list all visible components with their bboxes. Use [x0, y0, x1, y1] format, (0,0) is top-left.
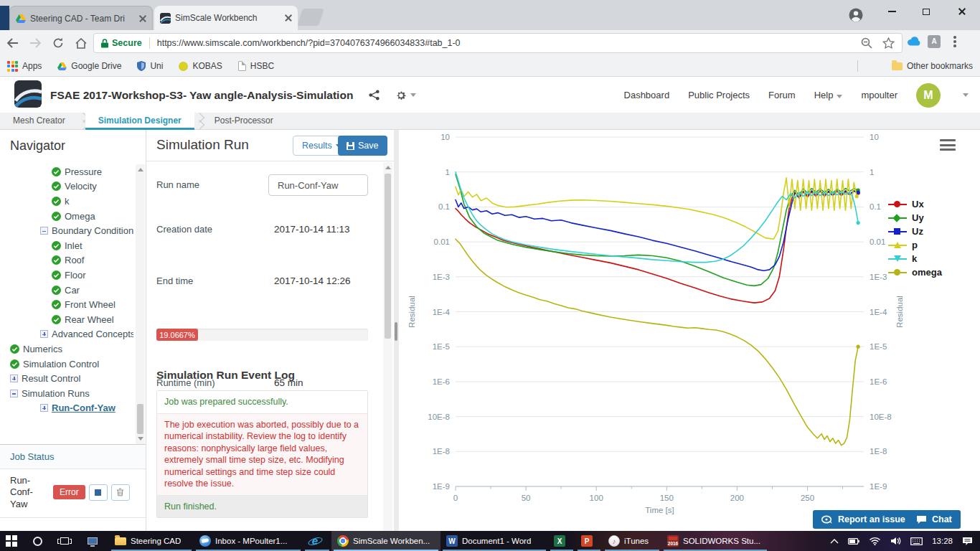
- simscale-logo[interactable]: [14, 80, 42, 110]
- taskbar-button-pinned-app[interactable]: [82, 531, 109, 551]
- scrollbar-thumb[interactable]: [137, 404, 143, 434]
- browser-menu-icon[interactable]: [951, 33, 959, 50]
- bookmark-star-icon[interactable]: [882, 37, 895, 49]
- wifi-icon[interactable]: [869, 537, 881, 545]
- navigator-item-rear-wheel[interactable]: Rear Wheel: [0, 312, 133, 327]
- navigator-item-result-control[interactable]: Result Control: [0, 371, 133, 386]
- chat-button[interactable]: Chat: [908, 510, 961, 529]
- run-name-input[interactable]: [268, 174, 368, 196]
- save-button[interactable]: Save: [338, 136, 387, 156]
- taskbar-button-itunes[interactable]: ♪iTunes: [603, 531, 661, 551]
- pdf-extension-icon[interactable]: A: [928, 35, 941, 48]
- taskbar-button-word[interactable]: WDocument1 - Word: [440, 531, 548, 551]
- navigator-item-run-conf-yaw[interactable]: Run-Conf-Yaw: [0, 401, 133, 416]
- bookmark-kobas[interactable]: KOBAS: [179, 61, 222, 71]
- navigator-item-floor[interactable]: Floor: [0, 268, 133, 283]
- taskbar-button-task-view[interactable]: [55, 531, 82, 551]
- other-bookmarks[interactable]: Other bookmarks: [892, 56, 973, 76]
- expand-icon[interactable]: [40, 404, 48, 412]
- tray-expand-icon[interactable]: [830, 539, 839, 544]
- battery-icon[interactable]: [848, 538, 859, 545]
- tab-post-processor[interactable]: Post-Processor: [202, 113, 286, 130]
- window-maximize-button[interactable]: [910, 0, 943, 23]
- tab-simulation-designer[interactable]: Simulation Designer: [85, 113, 194, 130]
- avatar[interactable]: M: [916, 83, 941, 108]
- legend-item-uy[interactable]: Uy: [888, 211, 942, 225]
- report-issue-button[interactable]: Report an issue: [813, 510, 914, 529]
- navigator-item-boundary-conditions[interactable]: Boundary Conditions: [0, 223, 133, 238]
- new-tab-button[interactable]: [297, 9, 324, 26]
- bookmark-google-drive[interactable]: Google Drive: [57, 61, 121, 71]
- taskbar-button-internet-explorer[interactable]: e: [303, 531, 331, 551]
- secure-indicator[interactable]: Secure: [101, 38, 142, 48]
- taskbar-button-excel[interactable]: X: [548, 531, 575, 551]
- window-close-button[interactable]: [946, 0, 979, 23]
- header-link-help[interactable]: Help: [814, 90, 843, 100]
- navigator-item-numerics[interactable]: Numerics: [0, 342, 133, 357]
- delete-run-button[interactable]: [111, 484, 130, 501]
- cloud-extension-icon[interactable]: [907, 37, 920, 46]
- navigator-item-inlet[interactable]: Inlet: [0, 238, 133, 253]
- bookmark-hsbc[interactable]: HSBC: [238, 61, 274, 71]
- bookmark-apps[interactable]: Apps: [7, 61, 42, 72]
- navigator-item-omega[interactable]: Omega: [0, 209, 133, 224]
- taskbar-button-powerpoint[interactable]: P: [575, 531, 603, 551]
- zoom-icon[interactable]: [861, 37, 872, 49]
- collapse-icon[interactable]: [10, 390, 18, 397]
- navigator-item-car[interactable]: Car: [0, 283, 133, 298]
- refresh-button[interactable]: [47, 32, 69, 54]
- scroll-down-icon[interactable]: [138, 437, 143, 441]
- expand-icon[interactable]: [40, 330, 48, 338]
- header-link-dashboard[interactable]: Dashboard: [624, 90, 670, 100]
- window-minimize-button[interactable]: [875, 0, 908, 23]
- panel-divider[interactable]: [394, 130, 399, 531]
- legend-item-uz[interactable]: Uz: [888, 225, 942, 238]
- settings-gear-button[interactable]: [395, 90, 416, 101]
- taskbar-button-steering-cad[interactable]: Steering CAD: [109, 531, 194, 551]
- navigator-item-front-wheel[interactable]: Front Wheel: [0, 297, 133, 312]
- home-button[interactable]: [70, 32, 92, 54]
- back-button[interactable]: [1, 32, 23, 54]
- action-center-icon[interactable]: [962, 537, 973, 546]
- taskbar-button-simscale-chrome[interactable]: SimScale Workben...: [331, 531, 440, 551]
- scroll-up-icon[interactable]: [138, 168, 143, 171]
- header-link-forum[interactable]: Forum: [768, 90, 796, 100]
- navigator-item-k[interactable]: k: [0, 194, 133, 209]
- keyboard-icon[interactable]: [910, 537, 923, 545]
- chart-menu-button[interactable]: [940, 139, 956, 151]
- legend-item-p[interactable]: p: [888, 238, 942, 252]
- taskbar-button-cortana[interactable]: [27, 531, 55, 551]
- taskbar-button-solidworks[interactable]: 2016SOLIDWORKS Stu...: [661, 531, 769, 551]
- clock[interactable]: 13:28: [932, 537, 953, 545]
- username[interactable]: mpoulter: [861, 90, 897, 100]
- taskbar-button-inbox[interactable]: Inbox - MPoulter1...: [194, 531, 303, 551]
- chevron-down-icon[interactable]: [963, 93, 969, 97]
- taskbar-button-start[interactable]: [0, 531, 27, 551]
- convergence-plot-area[interactable]: 1010110.10.10.010.011E-31E-31E-41E-41E-5…: [399, 130, 980, 531]
- navigator-item-roof[interactable]: Roof: [0, 253, 133, 268]
- url-text[interactable]: https://www.simscale.com/workbench/?pid=…: [157, 38, 855, 48]
- scroll-up-icon[interactable]: [385, 166, 391, 169]
- expand-icon[interactable]: [10, 375, 18, 382]
- bookmark-uni[interactable]: Uni: [137, 61, 163, 71]
- collapse-icon[interactable]: [40, 227, 48, 235]
- volume-icon[interactable]: [890, 537, 901, 545]
- navigator-item-simulation-runs[interactable]: Simulation Runs: [0, 386, 133, 401]
- stop-run-button[interactable]: [89, 484, 108, 501]
- forward-button[interactable]: [24, 32, 46, 54]
- browser-tab-steering-cad[interactable]: Steering CAD - Team Dri: [9, 6, 153, 30]
- legend-item-ux[interactable]: Ux: [888, 197, 942, 211]
- tab-mesh-creator[interactable]: Mesh Creator: [0, 113, 78, 130]
- panel-scrollbar[interactable]: [383, 162, 392, 531]
- convergence-plot[interactable]: 1010110.10.10.010.011E-31E-31E-41E-41E-5…: [399, 130, 980, 531]
- navigator-scrollbar[interactable]: [136, 164, 145, 444]
- navigator-item-advanced-concepts[interactable]: Advanced Concepts: [0, 327, 133, 342]
- legend-item-omega[interactable]: omega: [888, 265, 942, 279]
- divider-handle-icon[interactable]: [395, 322, 397, 341]
- navigator-item-velocity[interactable]: Velocity: [0, 179, 133, 194]
- browser-profile-icon[interactable]: [848, 7, 864, 26]
- scrollbar-thumb[interactable]: [385, 174, 391, 339]
- browser-tab-simscale[interactable]: SimScale Workbench: [154, 6, 298, 30]
- navigator-item-simulation-control[interactable]: Simulation Control: [0, 357, 133, 372]
- address-bar[interactable]: Secure https://www.simscale.com/workbenc…: [93, 33, 903, 53]
